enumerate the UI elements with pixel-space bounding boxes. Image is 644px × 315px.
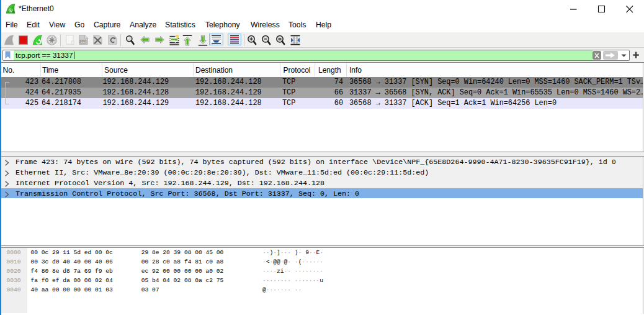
svg-text:010: 010	[80, 40, 86, 44]
